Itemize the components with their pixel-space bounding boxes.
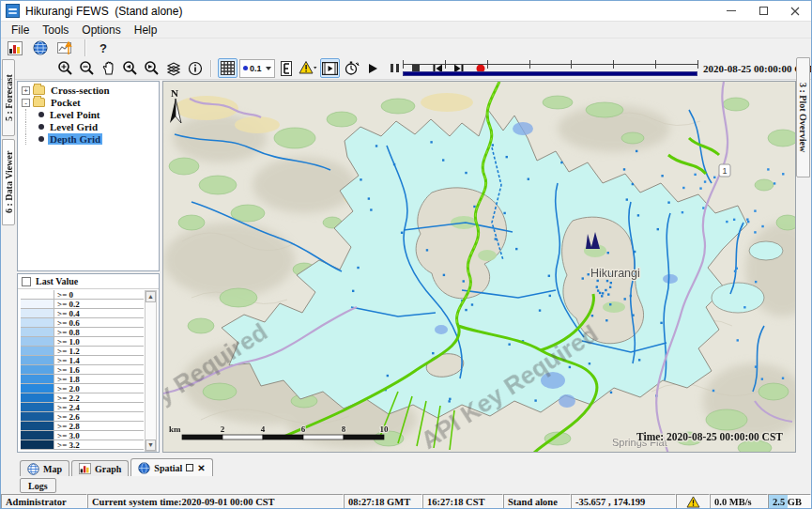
tree-item-pocket[interactable]: - Pocket <box>22 97 159 108</box>
legend-row[interactable]: >= 2.8 <box>21 422 144 431</box>
legend-icon <box>280 61 293 76</box>
scroll-up-icon[interactable]: ▲ <box>146 291 156 302</box>
animation-panel-button[interactable] <box>320 58 340 78</box>
folder-icon <box>33 98 45 107</box>
legend-row[interactable]: >= 1.4 <box>21 356 144 365</box>
legend-row[interactable]: >= 0.2 <box>21 300 144 309</box>
movie-icon <box>322 62 338 75</box>
tab-spatial[interactable]: Spatial ✕ <box>130 458 212 476</box>
zoom-in-button[interactable] <box>55 58 75 78</box>
legend-row[interactable]: >= 0.4 <box>21 309 144 318</box>
menu-bar: File Tools Options Help <box>1 22 811 39</box>
legend-toggle-button[interactable] <box>277 58 297 78</box>
legend-row-label: >= 0.2 <box>54 300 144 308</box>
legend-row[interactable]: >= 3.0 <box>21 431 144 440</box>
map-canvas[interactable]: 1 API Key Required API Key Required <box>162 81 796 453</box>
zoom-in-icon <box>57 60 73 76</box>
legend-row-label: >= 0 <box>54 290 144 299</box>
zoom-next-button[interactable] <box>142 58 161 78</box>
tab-map[interactable]: Map <box>20 460 69 476</box>
menu-tools[interactable]: Tools <box>36 23 75 38</box>
sidebar-tab-data-viewer[interactable]: 6 : Data Viewer <box>2 139 15 225</box>
close-button[interactable] <box>779 1 811 21</box>
legend-color-swatch <box>21 375 54 383</box>
status-warning-cell[interactable] <box>676 494 710 509</box>
legend-row[interactable]: >= 2.2 <box>21 393 144 403</box>
tab-restore-icon[interactable] <box>186 464 193 471</box>
chevron-down-icon <box>266 67 271 70</box>
tab-graph[interactable]: Graph <box>71 460 129 476</box>
legend-row-label: >= 2.0 <box>54 384 144 393</box>
legend-color-swatch <box>21 431 54 440</box>
tree-item-cross-section[interactable]: + Cross-section <box>22 85 159 96</box>
tab-plot-overview-label: 3 : Plot Overview <box>798 83 808 152</box>
timeline-track[interactable] <box>403 59 697 69</box>
warnings-dropdown-button[interactable] <box>299 58 318 78</box>
tree-item-label[interactable]: Level Point <box>48 109 101 120</box>
legend-row[interactable]: >= 1.0 <box>21 337 144 347</box>
title-bar[interactable]: Hikurangi FEWS (Stand alone) <box>1 1 811 22</box>
menu-file[interactable]: File <box>5 23 36 38</box>
grid-display-button[interactable] <box>218 58 237 78</box>
legend-row-label: >= 2.2 <box>54 393 144 402</box>
legend-color-swatch <box>21 347 54 355</box>
sidebar-tab-forecast[interactable]: 5 : Forecast <box>2 59 15 136</box>
legend-scrollbar[interactable]: ▲ ▼ <box>145 290 157 452</box>
pan-button[interactable] <box>99 58 118 78</box>
legend-row[interactable]: >= 0.6 <box>21 318 144 328</box>
layers-button[interactable] <box>163 58 183 78</box>
legend-row[interactable]: >= 1.6 <box>21 365 144 375</box>
animation-interval-button[interactable] <box>342 58 361 78</box>
collapse-icon[interactable]: - <box>22 99 30 107</box>
play-button[interactable] <box>363 58 383 78</box>
tree-item-depth-grid[interactable]: Depth Grid <box>22 133 159 145</box>
legend-row[interactable]: >= 3.2 <box>21 440 144 450</box>
last-value-checkbox[interactable] <box>22 277 31 286</box>
legend-panel: Last Value >= 0>= 0.2>= 0.4>= 0.6>= 0.8>… <box>17 273 160 453</box>
node-bullet-icon <box>38 112 44 117</box>
svg-text:2: 2 <box>221 424 225 434</box>
legend-row[interactable]: >= 1.8 <box>21 375 144 384</box>
legend-row[interactable]: >= 2.4 <box>21 403 144 412</box>
classbreak-interval-dropdown[interactable]: 0.1 <box>239 59 275 78</box>
menu-options[interactable]: Options <box>75 23 127 38</box>
maximize-button[interactable] <box>747 1 779 21</box>
info-button[interactable] <box>185 58 205 78</box>
legend-row[interactable]: >= 0 <box>21 290 144 300</box>
minimize-button[interactable] <box>715 1 747 21</box>
legend-row-label: >= 2.8 <box>54 422 144 430</box>
last-value-label: Last Value <box>36 276 78 286</box>
zoom-previous-button[interactable] <box>120 58 140 78</box>
tree-item-label[interactable]: Pocket <box>49 97 83 108</box>
zoom-out-button[interactable] <box>77 58 97 78</box>
scroll-down-icon[interactable]: ▼ <box>146 440 156 451</box>
sidebar-tab-plot-overview[interactable]: 3 : Plot Overview <box>796 57 810 177</box>
logs-button[interactable]: Logs <box>20 478 56 493</box>
legend-row[interactable]: >= 0.8 <box>21 328 144 337</box>
legend-row[interactable]: >= 2.0 <box>21 384 144 393</box>
chart-display-button[interactable] <box>5 39 24 58</box>
svg-text:4: 4 <box>261 424 266 434</box>
tree-item-level-point[interactable]: Level Point <box>22 109 159 120</box>
map-time-label: Time: 2020-08-25 00:00:00 CST <box>636 431 783 442</box>
tree-item-label[interactable]: Level Grid <box>48 121 100 132</box>
status-mode: Stand alone <box>503 494 571 509</box>
timeseries-display-button[interactable] <box>55 39 75 58</box>
menu-help[interactable]: Help <box>128 23 164 38</box>
legend-row-label: >= 2.6 <box>54 412 144 421</box>
svg-text:10: 10 <box>380 424 390 434</box>
tree-item-label-selected[interactable]: Depth Grid <box>48 133 102 145</box>
timeline-slider[interactable] <box>403 59 697 78</box>
map-display-button[interactable] <box>30 39 50 58</box>
tree-item-level-grid[interactable]: Level Grid <box>22 121 159 132</box>
legend-row[interactable]: >= 1.2 <box>21 347 144 356</box>
timeseries-icon <box>57 40 73 55</box>
pause-button[interactable] <box>385 58 405 78</box>
tree-item-label[interactable]: Cross-section <box>49 85 112 96</box>
window-controls <box>715 1 811 21</box>
help-button[interactable]: ? <box>96 41 111 55</box>
legend-row[interactable]: >= 2.6 <box>21 412 144 422</box>
expander-icon[interactable]: + <box>22 86 30 95</box>
status-coordinates: -35.657 , 174.199 <box>571 494 676 509</box>
tab-close-icon[interactable]: ✕ <box>197 463 205 473</box>
